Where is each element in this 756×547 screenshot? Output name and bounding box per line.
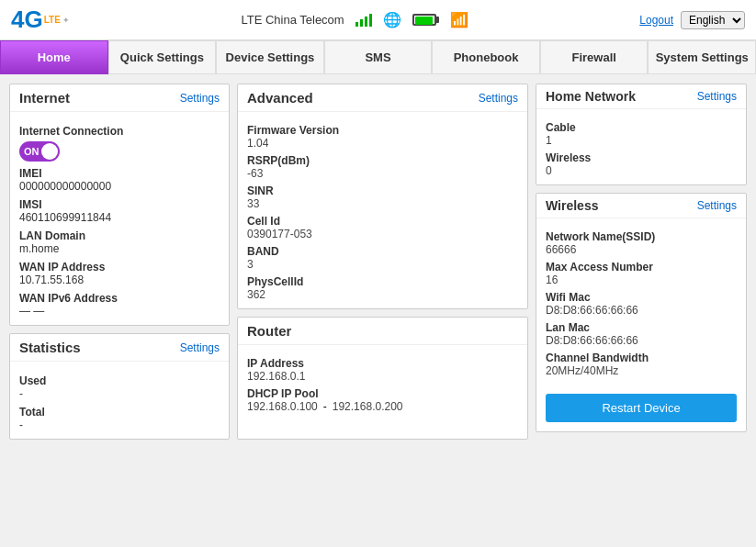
ssid-value: 66666	[546, 243, 737, 256]
internet-panel-header: Internet Settings	[10, 84, 229, 112]
band-value: 3	[247, 258, 518, 271]
logo: 4G LTE ✦	[11, 6, 70, 34]
carrier-text: LTE China Telecom	[241, 13, 344, 27]
wireless-panel-title: Wireless	[546, 198, 598, 213]
toggle-knob	[41, 143, 58, 160]
lan-mac-value: D8:D8:66:66:66:66	[546, 334, 737, 347]
total-value: -	[19, 419, 220, 431]
statistics-settings-link[interactable]: Settings	[180, 341, 220, 354]
wifi-mac-value: D8:D8:66:66:66:66	[546, 304, 737, 317]
nav-home[interactable]: Home	[0, 40, 108, 74]
internet-panel-body: Internet Connection ON IMEI 000000000000…	[10, 112, 229, 325]
sinr-value: 33	[247, 197, 518, 210]
wireless-panel-body: Network Name(SSID) 66666 Max Access Numb…	[536, 218, 746, 385]
router-panel-body: IP Address 192.168.0.1 DHCP IP Pool 192.…	[238, 345, 527, 420]
statistics-panel: Statistics Settings Used - Total -	[9, 333, 230, 440]
advanced-settings-link[interactable]: Settings	[479, 92, 518, 105]
internet-panel-title: Internet	[19, 90, 70, 106]
top-right: Logout English 中文	[639, 11, 745, 29]
dhcp-row: 192.168.0.100 - 192.168.0.200	[247, 400, 518, 413]
rsrp-value: -63	[247, 167, 518, 180]
firmware-label: Firmware Version	[247, 124, 518, 137]
used-value: -	[19, 387, 220, 400]
lte-badge: LTE	[44, 15, 61, 25]
total-label: Total	[19, 406, 220, 419]
wan-ip-value: 10.71.55.168	[19, 274, 220, 286]
home-network-settings-link[interactable]: Settings	[697, 90, 737, 103]
internet-settings-link[interactable]: Settings	[180, 92, 220, 105]
cable-value: 1	[546, 134, 737, 147]
right-column: Home Network Settings Cable 1 Wireless 0…	[536, 84, 747, 440]
signal-icon	[355, 14, 372, 27]
ssid-label: Network Name(SSID)	[546, 230, 737, 243]
left-column: Internet Settings Internet Connection ON…	[9, 84, 230, 440]
logo-text: 4G	[11, 6, 43, 34]
cell-id-label: Cell Id	[247, 215, 518, 228]
wan-ipv6-value: — —	[19, 305, 220, 318]
firmware-value: 1.04	[247, 137, 518, 150]
statistics-panel-title: Statistics	[19, 340, 81, 355]
dhcp-label: DHCP IP Pool	[247, 387, 518, 400]
home-network-title: Home Network	[546, 89, 636, 104]
restart-device-button[interactable]: Restart Device	[546, 394, 737, 422]
ip-label: IP Address	[247, 357, 518, 370]
wan-ip-label: WAN IP Address	[19, 261, 220, 274]
home-network-panel: Home Network Settings Cable 1 Wireless 0	[536, 84, 747, 185]
home-network-header: Home Network Settings	[536, 84, 746, 109]
wifi-mac-label: Wifi Mac	[546, 291, 737, 304]
internet-toggle[interactable]: ON	[19, 141, 60, 162]
cell-id-value: 0390177-053	[247, 228, 518, 240]
router-panel: Router IP Address 192.168.0.1 DHCP IP Po…	[237, 317, 528, 440]
cable-label: Cable	[546, 121, 737, 134]
home-network-body: Cable 1 Wireless 0	[536, 109, 746, 184]
wan-ipv6-label: WAN IPv6 Address	[19, 292, 220, 305]
physcell-label: PhysCellId	[247, 275, 518, 288]
lan-mac-label: Lan Mac	[546, 321, 737, 334]
dhcp-dash: -	[323, 400, 327, 413]
main-nav: Home Quick Settings Device Settings SMS …	[0, 40, 756, 74]
imsi-label: IMSI	[19, 198, 220, 211]
imsi-value: 460110699911844	[19, 211, 220, 224]
carrier-info: LTE China Telecom 🌐 📶	[241, 11, 468, 28]
advanced-panel: Advanced Settings Firmware Version 1.04 …	[237, 84, 528, 309]
wifi-icon: 📶	[450, 11, 468, 28]
language-select[interactable]: English 中文	[681, 11, 745, 29]
wireless-settings-link[interactable]: Settings	[697, 199, 737, 212]
band-label: BAND	[247, 245, 518, 258]
lte-wifi-icon: ✦	[62, 16, 70, 25]
max-access-value: 16	[546, 274, 737, 286]
channel-bw-value: 20MHz/40MHz	[546, 364, 737, 377]
wireless-panel-header: Wireless Settings	[536, 194, 746, 218]
nav-sms[interactable]: SMS	[324, 40, 433, 74]
wireless-value: 0	[546, 164, 737, 177]
nav-firewall[interactable]: Firewall	[540, 40, 649, 74]
top-bar: 4G LTE ✦ LTE China Telecom 🌐 📶 Logout En…	[0, 0, 756, 40]
ip-value: 192.168.0.1	[247, 370, 518, 383]
toggle-label: ON	[24, 146, 39, 157]
statistics-panel-body: Used - Total -	[10, 362, 229, 439]
max-access-label: Max Access Number	[546, 261, 737, 274]
connection-label: Internet Connection	[19, 125, 220, 138]
rsrp-label: RSRP(dBm)	[247, 154, 518, 167]
nav-phonebook[interactable]: Phonebook	[432, 40, 540, 74]
internet-panel: Internet Settings Internet Connection ON…	[9, 84, 230, 326]
logout-link[interactable]: Logout	[639, 14, 673, 27]
advanced-panel-body: Firmware Version 1.04 RSRP(dBm) -63 SINR…	[238, 112, 527, 308]
nav-quick-settings[interactable]: Quick Settings	[108, 40, 217, 74]
advanced-panel-title: Advanced	[247, 90, 313, 106]
wireless-label: Wireless	[546, 151, 737, 164]
nav-system-settings[interactable]: System Settings	[648, 40, 756, 74]
router-panel-title: Router	[247, 323, 291, 339]
physcell-value: 362	[247, 288, 518, 301]
channel-bw-label: Channel Bandwidth	[546, 352, 737, 364]
lan-domain-label: LAN Domain	[19, 229, 220, 242]
toggle-container: ON	[19, 141, 220, 162]
statistics-panel-header: Statistics Settings	[10, 334, 229, 362]
sinr-label: SINR	[247, 184, 518, 197]
globe-icon: 🌐	[383, 11, 401, 28]
router-panel-header: Router	[238, 318, 527, 345]
nav-device-settings[interactable]: Device Settings	[216, 40, 324, 74]
advanced-panel-header: Advanced Settings	[238, 84, 527, 112]
logout-lang-row: Logout English 中文	[639, 11, 745, 29]
dhcp-start: 192.168.0.100	[247, 400, 318, 413]
